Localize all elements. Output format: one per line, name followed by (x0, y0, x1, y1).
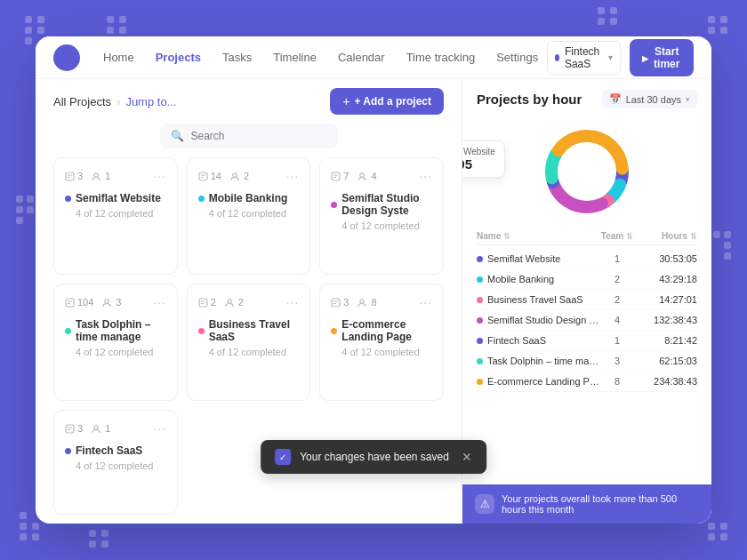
row-team: 3 (599, 356, 635, 366)
add-project-button[interactable]: + Add a project (330, 88, 444, 115)
row-color-dot (477, 297, 483, 303)
card-meta: 3 1 (65, 423, 110, 434)
card-header: 7 4 ··· (331, 169, 432, 183)
project-card[interactable]: 2 2 ··· Business Travel SaaS 4 of 12 com… (187, 284, 311, 401)
warning-message: Your projects overall took more than 500… (502, 493, 699, 515)
row-team: 2 (599, 294, 635, 305)
project-progress: 4 of 12 completed (65, 347, 166, 357)
sort-hours-icon: ⇅ (690, 232, 697, 241)
team-icon (357, 172, 368, 181)
project-card[interactable]: 104 3 ··· Task Dolphin – time manage 4 o… (53, 284, 178, 401)
nav-settings[interactable]: Settings (487, 45, 547, 69)
search-bar: 🔍 (36, 124, 462, 157)
card-header: 14 2 ··· (198, 169, 300, 183)
project-card[interactable]: 14 2 ··· Mobile Banking 4 of 12 complete… (187, 157, 311, 275)
row-color-dot (477, 256, 483, 262)
workspace-selector[interactable]: Fintech SaaS ▾ (547, 41, 620, 75)
project-color-dot (331, 328, 337, 334)
card-meta: 2 2 (198, 297, 244, 308)
table-row[interactable]: Mobile Banking 2 43:29:18 (477, 269, 697, 290)
team-icon (92, 424, 102, 434)
card-meta: 104 3 (65, 297, 121, 308)
project-color-dot (65, 196, 71, 202)
task-icon (198, 298, 208, 308)
row-name: Semiflat Website (477, 253, 599, 264)
card-header: 104 3 ··· (65, 295, 166, 309)
svg-point-15 (105, 299, 108, 302)
nav-projects[interactable]: Projects (147, 45, 210, 69)
app-container: Home Projects Tasks Timeline Calendar Ti… (36, 36, 711, 524)
row-name: Business Travel SaaS (477, 294, 599, 305)
task-count: 104 (65, 297, 93, 308)
start-timer-label: Start timer (653, 45, 681, 70)
search-input[interactable] (191, 130, 327, 142)
logo[interactable] (53, 44, 80, 71)
card-more-button[interactable]: ··· (419, 169, 432, 183)
th-team[interactable]: Team ⇅ (599, 231, 635, 241)
nav-calendar[interactable]: Calendar (329, 45, 394, 69)
row-name: Mobile Banking (477, 274, 599, 284)
project-card[interactable]: 7 4 ··· Semiflat Studio Design Syste 4 o… (319, 157, 444, 275)
card-more-button[interactable]: ··· (419, 295, 432, 309)
card-more-button[interactable]: ··· (286, 169, 300, 183)
card-meta: 3 8 (331, 297, 376, 308)
card-more-button[interactable]: ··· (153, 421, 166, 436)
svg-rect-16 (199, 299, 207, 307)
breadcrumb-all-projects[interactable]: All Projects (53, 95, 111, 108)
row-hours: 8:21:42 (635, 335, 697, 346)
task-count: 7 (331, 171, 349, 181)
table-row[interactable]: Business Travel SaaS 2 14:27:01 (477, 290, 697, 310)
right-panel-header: Projects by hour 📅 Last 30 days ▾ (462, 79, 711, 116)
team-count: 8 (357, 297, 376, 308)
project-card[interactable]: 3 1 ··· Fintech SaaS 4 of 12 completed (53, 410, 178, 515)
svg-rect-24 (66, 425, 74, 433)
table-row[interactable]: Task Dolphin – time manag... 3 62:15:03 (477, 351, 697, 372)
table-row[interactable]: Fintech SaaS 1 8:21:42 (477, 331, 697, 351)
project-color-dot (65, 448, 71, 454)
breadcrumb-jump[interactable]: Jump to... (125, 95, 176, 108)
warning-icon: ⚠ (475, 494, 494, 514)
nav-home[interactable]: Home (94, 45, 143, 69)
nav-tasks[interactable]: Tasks (213, 45, 261, 69)
hours-table: Name ⇅ Team ⇅ Hours ⇅ Semifla (462, 228, 711, 524)
table-row[interactable]: Semiflat Website 1 30:53:05 (477, 249, 697, 269)
table-row[interactable]: Semiflat Studio Design Syst... 4 132:38:… (477, 310, 697, 331)
project-card[interactable]: 3 1 ··· Semiflat Website 4 of 12 complet… (53, 157, 178, 275)
card-more-button[interactable]: ··· (286, 295, 300, 309)
row-team: 8 (599, 376, 635, 387)
project-progress: 4 of 12 completed (331, 347, 432, 357)
project-progress: 4 of 12 completed (65, 460, 166, 471)
nav-time-tracking[interactable]: Time tracking (398, 45, 485, 69)
date-filter[interactable]: 📅 Last 30 days ▾ (602, 90, 697, 108)
table-header: Name ⇅ Team ⇅ Hours ⇅ (477, 228, 697, 245)
donut-tooltip: Semiflat Website 30:53:05 (462, 140, 505, 178)
row-team: 1 (599, 335, 635, 346)
card-more-button[interactable]: ··· (153, 169, 166, 183)
toast-close-button[interactable]: ✕ (462, 450, 472, 464)
task-count: 14 (198, 171, 221, 181)
th-hours[interactable]: Hours ⇅ (635, 231, 697, 241)
table-row[interactable]: E-commerce Landing Page 8 234:38:43 (477, 372, 697, 392)
start-timer-button[interactable]: Start timer (630, 39, 694, 76)
row-hours: 14:27:01 (635, 294, 697, 305)
th-name[interactable]: Name ⇅ (477, 231, 599, 241)
project-card[interactable]: 3 8 ··· E-commerce Landing Page 4 of 12 … (319, 284, 444, 401)
right-panel-title: Projects by hour (477, 92, 582, 107)
task-icon (65, 424, 75, 434)
card-header: 2 2 ··· (198, 295, 300, 309)
row-color-dot (477, 338, 483, 344)
navbar: Home Projects Tasks Timeline Calendar Ti… (36, 36, 711, 79)
project-name: Semiflat Website (65, 192, 166, 204)
task-icon (65, 298, 75, 308)
search-input-wrap[interactable]: 🔍 (160, 124, 338, 148)
breadcrumb: All Projects › Jump to... + Add a projec… (36, 79, 462, 124)
donut-chart (538, 123, 636, 220)
svg-rect-4 (199, 172, 207, 180)
project-color-dot (65, 328, 71, 334)
card-header: 3 1 ··· (65, 169, 166, 183)
card-more-button[interactable]: ··· (153, 295, 166, 309)
plus-icon (342, 94, 349, 108)
svg-point-11 (360, 172, 364, 176)
nav-timeline[interactable]: Timeline (264, 45, 325, 69)
row-hours: 132:38:43 (635, 315, 697, 325)
